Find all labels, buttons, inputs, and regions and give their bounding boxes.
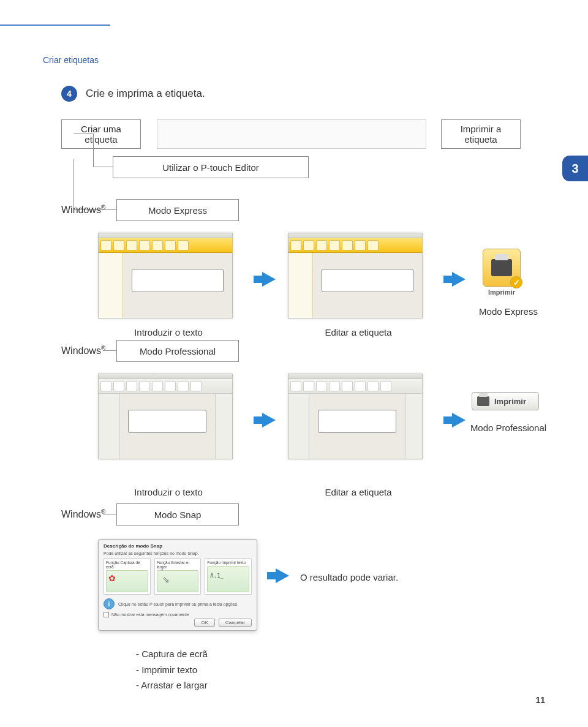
print-icon-label: Imprimir — [488, 288, 515, 296]
caption-snap-result: O resultado pode variar. — [300, 572, 435, 582]
connector — [93, 134, 94, 167]
caption-introduzir-2: Introduzir o texto — [123, 487, 214, 497]
caption-editar-1: Editar a etiqueta — [312, 327, 404, 337]
screenshot-express-2 — [288, 233, 423, 318]
snap-card-title: Função Arrastar-e-largar — [157, 560, 199, 569]
snap-dialog-checkbox-label: Não mostrar esta mensagem novamente — [111, 612, 189, 617]
screenshot-express-1 — [98, 233, 233, 318]
box-criar-etiqueta: Criar uma etiqueta — [61, 119, 141, 149]
arrow-icon — [452, 272, 466, 287]
print-button-professional: Imprimir — [472, 392, 539, 410]
os-label-1: Windows® — [61, 204, 105, 216]
snap-dialog-screenshot: Descrição do modo Snap Pode utilizar as … — [98, 539, 257, 631]
print-button-label: Imprimir — [494, 397, 526, 406]
screenshot-professional-1 — [98, 374, 233, 459]
arrow-icon — [262, 272, 276, 287]
os-label-2: Windows® — [61, 345, 105, 356]
box-modo-professional: Modo Professional — [116, 340, 239, 362]
box-modo-express: Modo Express — [116, 199, 239, 221]
registered-symbol: ® — [101, 508, 105, 515]
process-bar — [157, 119, 426, 149]
snap-feature-list: - Captura de ecrã - Imprimir texto - Arr… — [136, 646, 208, 693]
info-icon: i — [104, 598, 115, 609]
list-item: - Captura de ecrã — [136, 646, 208, 662]
box-utilizar-ptouch: Utilizar o P-touch Editor — [113, 156, 309, 178]
caption-modo-express: Modo Express — [472, 306, 545, 317]
os-name: Windows — [61, 509, 101, 519]
os-label-3: Windows® — [61, 508, 105, 520]
screenshot-professional-2 — [288, 374, 423, 459]
box-modo-snap: Modo Snap — [116, 503, 239, 525]
snap-dialog-subtitle: Pode utilizar as seguintes funções no mo… — [104, 551, 252, 556]
box-imprimir-etiqueta: Imprimir a etiqueta — [441, 119, 521, 149]
connector — [74, 134, 93, 134]
connector — [93, 167, 113, 167]
printer-icon — [477, 396, 489, 406]
arrow-icon — [452, 413, 466, 428]
step-text: Crie e imprima a etiqueta. — [86, 88, 205, 100]
step-row: 4 Crie e imprima a etiqueta. — [61, 86, 205, 102]
os-name: Windows — [61, 345, 101, 356]
snap-dialog-tip: Clique no botão P-touch para imprimir ou… — [118, 602, 238, 606]
os-name: Windows — [61, 205, 101, 215]
arrow-icon — [262, 413, 276, 428]
snap-dialog-title: Descrição do modo Snap — [104, 543, 252, 549]
arrow-icon — [276, 568, 289, 583]
connector — [74, 159, 74, 209]
cancel-button: Cancelar — [219, 619, 252, 627]
caption-introduzir-1: Introduzir o texto — [123, 327, 214, 337]
step-number-badge: 4 — [61, 86, 77, 102]
list-item: - Imprimir texto — [136, 662, 208, 678]
registered-symbol: ® — [101, 345, 105, 352]
header-rule — [0, 24, 110, 26]
registered-symbol: ® — [101, 204, 105, 211]
checkbox-icon — [104, 612, 109, 617]
ok-button: OK — [194, 619, 215, 627]
list-item: - Arrastar e largar — [136, 677, 208, 693]
caption-editar-2: Editar a etiqueta — [312, 487, 404, 497]
snap-card-title: Função Imprimir texto — [207, 560, 249, 565]
chapter-badge: 3 — [562, 156, 588, 181]
caption-modo-professional: Modo Professional — [466, 423, 551, 433]
snap-card-title: Função Captura de ecrã — [106, 560, 148, 569]
breadcrumb: Criar etiquetas — [43, 55, 99, 65]
print-icon-express: ✓ Imprimir — [480, 249, 523, 296]
page-number: 11 — [535, 695, 545, 705]
